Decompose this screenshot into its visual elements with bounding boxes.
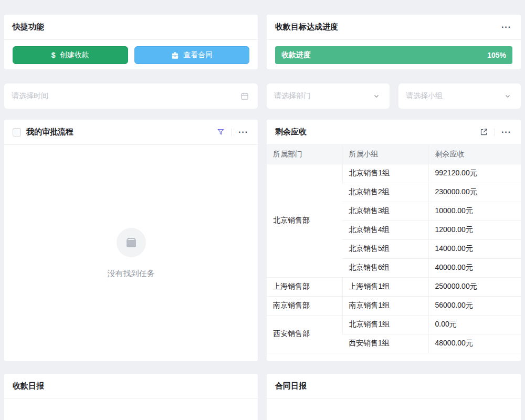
progress-bar-value: 105% xyxy=(487,51,506,59)
table-header-row: 所属部门 所属小组 剩余应收 xyxy=(267,145,521,164)
column-header-amount: 剩余应收 xyxy=(428,145,521,164)
receivables-table: 所属部门 所属小组 剩余应收 北京销售部北京销售1组992120.00元北京销售… xyxy=(267,145,521,353)
chevron-down-icon xyxy=(371,90,382,102)
amount-cell: 56000.00元 xyxy=(428,296,521,315)
approval-card-title: 我的审批流程 xyxy=(26,127,74,137)
group-cell: 上海销售1组 xyxy=(342,277,428,296)
table-row: 上海销售部上海销售1组250000.00元 xyxy=(267,277,521,296)
progress-bar: 收款进度 105% xyxy=(275,46,512,64)
external-link-icon[interactable] xyxy=(478,127,489,138)
approval-card-header: 我的审批流程 ··· xyxy=(4,120,258,145)
progress-card-header: 收款目标达成进度 ··· xyxy=(267,15,521,40)
group-cell: 北京销售4组 xyxy=(342,220,428,239)
quick-actions-title: 快捷功能 xyxy=(13,22,44,32)
empty-inbox-circle xyxy=(117,228,146,257)
receivables-card-title: 剩余应收 xyxy=(275,127,307,137)
amount-cell: 0.00元 xyxy=(428,315,521,334)
amount-cell: 10000.00元 xyxy=(428,202,521,220)
receivables-card-header: 剩余应收 ··· xyxy=(267,120,521,145)
column-header-department: 所属部门 xyxy=(267,145,342,164)
amount-cell: 40000.00元 xyxy=(428,258,521,277)
amount-cell: 992120.00元 xyxy=(428,164,521,183)
more-menu-icon[interactable]: ··· xyxy=(237,128,249,136)
approval-card: 我的审批流程 ··· 没有找到任务 xyxy=(4,120,258,361)
amount-cell: 12000.00元 xyxy=(428,220,521,239)
payment-daily-card: 收款日报 xyxy=(4,374,258,420)
quick-actions-body: $ 创建收款 查看合同 xyxy=(4,40,258,69)
filter-funnel-icon[interactable] xyxy=(215,127,226,138)
department-cell: 上海销售部 xyxy=(267,277,342,296)
contract-daily-title: 合同日报 xyxy=(275,381,307,391)
progress-bar-label: 收款进度 xyxy=(281,50,311,60)
group-cell: 北京销售5组 xyxy=(342,239,428,258)
progress-card: 收款目标达成进度 ··· 收款进度 105% xyxy=(267,15,521,69)
approval-checkbox[interactable] xyxy=(13,128,21,136)
group-select-placeholder: 请选择小组 xyxy=(406,91,443,101)
department-cell: 北京销售部 xyxy=(267,164,342,277)
empty-state-text: 没有找到任务 xyxy=(108,269,155,279)
progress-card-title: 收款目标达成进度 xyxy=(275,22,338,32)
group-cell: 北京销售3组 xyxy=(342,202,428,220)
more-menu-icon[interactable]: ··· xyxy=(500,128,512,136)
create-payment-button[interactable]: $ 创建收款 xyxy=(13,46,128,64)
dashboard-page: 快捷功能 $ 创建收款 查看合同 收款目标达成进 xyxy=(0,0,525,420)
table-row: 西安销售部北京销售1组0.00元 xyxy=(267,315,521,334)
table-row: 北京销售部北京销售1组992120.00元 xyxy=(267,164,521,183)
table-row: 南京销售部南京销售1组56000.00元 xyxy=(267,296,521,315)
view-contract-button[interactable]: 查看合同 xyxy=(134,46,250,64)
receivables-card: 剩余应收 ··· 所属部门 所属小组 剩余应收 xyxy=(267,120,521,361)
department-select[interactable]: 请选择部门 xyxy=(267,83,390,109)
calendar-icon xyxy=(239,90,250,102)
amount-cell: 14000.00元 xyxy=(428,239,521,258)
payment-daily-title: 收款日报 xyxy=(13,381,44,391)
time-picker-input[interactable]: 请选择时间 xyxy=(4,83,258,109)
group-cell: 北京销售6组 xyxy=(342,258,428,277)
briefcase-icon xyxy=(171,51,179,59)
amount-cell: 48000.00元 xyxy=(428,334,521,353)
time-picker-placeholder: 请选择时间 xyxy=(12,91,48,101)
group-cell: 西安销售1组 xyxy=(342,334,428,353)
department-select-placeholder: 请选择部门 xyxy=(274,91,311,101)
quick-actions-card: 快捷功能 $ 创建收款 查看合同 xyxy=(4,15,258,69)
payment-daily-header: 收款日报 xyxy=(4,374,258,399)
dollar-icon: $ xyxy=(51,51,56,59)
department-cell: 西安销售部 xyxy=(267,315,342,353)
quick-actions-header: 快捷功能 xyxy=(4,15,258,40)
inbox-icon xyxy=(125,236,138,249)
department-cell: 南京销售部 xyxy=(267,296,342,315)
receivables-table-body: 北京销售部北京销售1组992120.00元北京销售2组230000.00元北京销… xyxy=(267,164,521,353)
group-select[interactable]: 请选择小组 xyxy=(398,83,521,109)
view-contract-label: 查看合同 xyxy=(183,50,213,60)
group-cell: 北京销售1组 xyxy=(342,164,428,183)
column-header-group: 所属小组 xyxy=(342,145,428,164)
group-cell: 北京销售1组 xyxy=(342,315,428,334)
more-menu-icon[interactable]: ··· xyxy=(500,23,512,32)
header-separator xyxy=(495,129,495,136)
group-cell: 北京销售2组 xyxy=(342,183,428,202)
approval-empty-state: 没有找到任务 xyxy=(4,145,258,361)
header-separator xyxy=(232,129,232,136)
contract-daily-header: 合同日报 xyxy=(267,374,521,399)
create-payment-label: 创建收款 xyxy=(60,50,89,60)
progress-body: 收款进度 105% xyxy=(267,40,521,69)
group-cell: 南京销售1组 xyxy=(342,296,428,315)
contract-daily-card: 合同日报 xyxy=(267,374,521,420)
amount-cell: 230000.00元 xyxy=(428,183,521,202)
chevron-down-icon xyxy=(502,90,513,102)
amount-cell: 250000.00元 xyxy=(428,277,521,296)
